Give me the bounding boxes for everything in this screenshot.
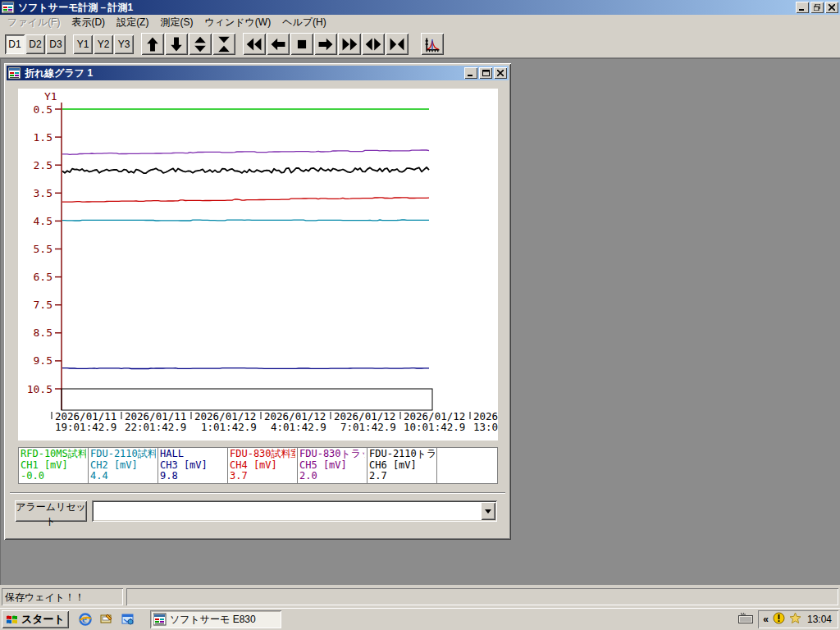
svg-text:5.5: 5.5: [34, 243, 52, 255]
scroll-left-button[interactable]: [267, 33, 290, 55]
clock: 13:04: [807, 614, 832, 625]
svg-text:Y1: Y1: [44, 90, 57, 103]
star-icon[interactable]: [789, 612, 801, 627]
d1-button[interactable]: D1: [5, 34, 25, 54]
menu-item-0: ファイル(F): [2, 14, 66, 31]
fast-forward-button[interactable]: [338, 33, 361, 55]
y1-button[interactable]: Y1: [73, 34, 93, 54]
svg-text:8.5: 8.5: [34, 326, 52, 339]
menu-item-3[interactable]: 測定(S): [154, 14, 199, 31]
svg-text:19:01:42.9: 19:01:42.9: [55, 421, 116, 433]
legend-name: FDU-2110トラッ: [369, 449, 435, 460]
main-titlebar[interactable]: ソフトサーモ計測－計測1: [0, 0, 840, 15]
menu-item-5[interactable]: ヘルプ(H): [276, 14, 332, 31]
restore-button[interactable]: [810, 2, 824, 13]
fast-rewind-button[interactable]: [243, 33, 266, 55]
graph-maximize-button[interactable]: [479, 67, 492, 79]
svg-text:10:01:42.9: 10:01:42.9: [404, 421, 465, 433]
expand-vertical-button[interactable]: [189, 33, 212, 55]
menu-item-4[interactable]: ウィンドウ(W): [199, 14, 276, 31]
svg-text:4.5: 4.5: [34, 215, 52, 227]
start-button[interactable]: スタート: [2, 610, 69, 628]
close-button[interactable]: [825, 2, 838, 13]
main-window-title: ソフトサーモ計測－計測1: [18, 1, 794, 15]
legend-value: 3.7: [230, 471, 295, 482]
legend-name: FDU-830試料室: [230, 449, 295, 460]
alarm-reset-button[interactable]: アラームリセット: [15, 500, 87, 522]
expand-horizontal-button[interactable]: [362, 33, 385, 55]
scroll-right-button[interactable]: [314, 33, 337, 55]
collapse-vertical-button[interactable]: [212, 33, 235, 55]
arrow-left-icon: [269, 35, 287, 53]
legend-value: 2.7: [369, 471, 435, 482]
fast-rewind-icon: [245, 35, 263, 53]
collapse-horizontal-button[interactable]: [386, 33, 409, 55]
legend-name: HALL: [160, 449, 226, 460]
alarm-combo[interactable]: [92, 500, 497, 522]
series-ch4: [62, 198, 429, 202]
svg-text:1.5: 1.5: [34, 131, 52, 144]
legend-channel: CH5 [mV]: [299, 460, 365, 472]
statusbar: 保存ウェイト！！: [0, 585, 840, 608]
menu-item-2[interactable]: 設定(Z): [111, 14, 154, 31]
y3-button[interactable]: Y3: [114, 34, 134, 54]
svg-text:9.5: 9.5: [34, 354, 52, 367]
status-message: 保存ウェイト！！: [2, 588, 123, 605]
legend-name: FDU-2110試料室: [90, 449, 156, 460]
stop-icon: [293, 35, 311, 53]
d3-button[interactable]: D3: [46, 34, 66, 54]
legend-channel: CH3 [mV]: [160, 460, 226, 472]
graph-window-titlebar[interactable]: 折れ線グラフ 1: [7, 66, 509, 80]
toolbar-separator: [66, 43, 73, 44]
graph-close-button[interactable]: [494, 67, 507, 79]
tray-expand-chevron[interactable]: «: [763, 614, 769, 625]
legend-value: 4.4: [90, 471, 156, 482]
legend-value: -0.0: [21, 471, 86, 482]
internet-explorer-icon[interactable]: e: [79, 613, 93, 627]
chevron-down-icon: [485, 509, 491, 514]
alarm-combo-value: [95, 504, 479, 518]
svg-text:4:01:42.9: 4:01:42.9: [271, 421, 326, 433]
y2-button[interactable]: Y2: [94, 34, 113, 54]
svg-text:13:01:42.9: 13:01:42.9: [473, 421, 498, 433]
legend-cell-ch2: FDU-2110試料室CH2 [mV]4.4: [89, 448, 158, 483]
task-button-softthermo[interactable]: ソフトサーモ E830: [150, 610, 281, 628]
svg-text:0.5: 0.5: [34, 103, 52, 116]
legend-channel: CH1 [mV]: [21, 460, 86, 472]
scroll-down-button[interactable]: [165, 33, 188, 55]
line-chart: Y10.51.52.53.54.55.56.57.58.59.510.52026…: [18, 89, 498, 441]
legend-name: RFD-10MS試料室: [21, 449, 86, 460]
svg-text:3.5: 3.5: [34, 187, 52, 199]
legend-cell-ch6: FDU-2110トラッCH6 [mV]2.7: [368, 448, 437, 483]
alert-shield-icon[interactable]: [773, 612, 785, 627]
toolbar: D1D2D3Y1Y2Y3: [0, 30, 840, 58]
svg-text:10.5: 10.5: [27, 383, 52, 395]
series-ch3: [62, 368, 429, 369]
windows-logo-icon: [6, 614, 19, 625]
graph-minimize-button[interactable]: [464, 67, 477, 79]
show-desktop-icon[interactable]: [100, 613, 114, 627]
channel-legend: RFD-10MS試料室CH1 [mV]-0.0FDU-2110試料室CH2 [m…: [18, 447, 498, 484]
separator: [10, 492, 505, 494]
menu-item-1[interactable]: 表示(D): [66, 14, 111, 31]
legend-channel: CH2 [mV]: [90, 460, 156, 472]
scroll-up-button[interactable]: [141, 33, 164, 55]
legend-channel: CH6 [mV]: [369, 460, 435, 472]
taskbar: スタート e ソフトサーモ E830 «: [0, 608, 840, 630]
svg-text:22:01:42.9: 22:01:42.9: [125, 421, 186, 433]
svg-text:1:01:42.9: 1:01:42.9: [201, 421, 257, 433]
svg-text:7.5: 7.5: [34, 299, 52, 311]
outlook-express-icon[interactable]: [121, 613, 135, 627]
d2-button[interactable]: D2: [25, 34, 45, 54]
alarm-controls: アラームリセット: [7, 500, 509, 523]
keyboard-language-icon[interactable]: [738, 613, 753, 626]
alarm-combo-dropdown-button[interactable]: [481, 502, 495, 520]
task-button-icon: [153, 613, 167, 626]
minimize-button[interactable]: [796, 2, 809, 13]
system-tray: « 13:04: [758, 610, 838, 628]
arrow-down-icon: [167, 35, 185, 53]
stop-button[interactable]: [290, 33, 313, 55]
graph-window: 折れ線グラフ 1 Y10.51.52.53.54.55.56.57.58.59.…: [4, 63, 511, 540]
graph-window-icon: [8, 66, 21, 80]
histogram-button[interactable]: [421, 33, 444, 55]
